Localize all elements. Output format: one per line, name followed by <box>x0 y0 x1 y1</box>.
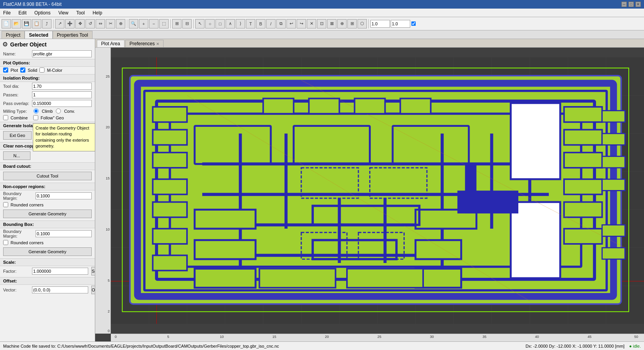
conv-radio[interactable] <box>56 108 61 114</box>
add-btn[interactable]: ➕ <box>65 19 75 28</box>
plot-checkbox[interactable] <box>3 68 8 73</box>
undo-btn[interactable]: ↩ <box>286 19 296 28</box>
full-geo-button[interactable]: FULL Geo <box>63 131 92 140</box>
redo-btn[interactable]: ↪ <box>297 19 306 28</box>
combine-checkbox[interactable] <box>3 115 8 120</box>
ext-geo-button[interactable]: Ext Geo <box>3 131 32 140</box>
svg-rect-77 <box>602 248 625 259</box>
save-btn[interactable]: 💾 <box>22 19 31 28</box>
menu-help[interactable]: Help <box>91 9 104 16</box>
poly-btn[interactable]: ⟩ <box>236 19 245 28</box>
app-title: FlatCAM 8.908 BETA - 64bit <box>3 2 62 7</box>
snap2-btn[interactable]: ⊕ <box>337 19 347 28</box>
gen-iso-title: Generate Isolation Geometry: <box>0 122 95 130</box>
flip-btn[interactable]: ⇔ <box>96 19 105 28</box>
name-label: Name: <box>3 52 30 56</box>
name-input[interactable] <box>32 50 92 57</box>
menu-options[interactable]: Options <box>33 9 52 16</box>
cam-btn[interactable]: ⬡ <box>358 19 367 28</box>
minimize-button[interactable]: ─ <box>621 2 627 7</box>
grid-btn[interactable]: ⊟ <box>182 19 192 28</box>
y-ruler: .y-tick-item { position: absolute; right… <box>95 48 111 334</box>
open-btn[interactable]: 📂 <box>12 19 21 28</box>
group-btn[interactable]: ⊡ <box>317 19 326 28</box>
factor-label: Factor: <box>3 269 30 274</box>
ungroup-btn[interactable]: ⊠ <box>327 19 336 28</box>
window-controls[interactable]: ─ □ ✕ <box>621 2 641 7</box>
bb-rounded-checkbox[interactable] <box>3 240 8 245</box>
snap-btn[interactable]: ⊞ <box>172 19 181 28</box>
bb-boundary-input[interactable] <box>36 230 92 237</box>
svg-rect-84 <box>354 98 385 114</box>
tab-plot-area[interactable]: Plot Area <box>97 40 125 47</box>
scale-factor-row: Factor: Scale <box>0 266 95 276</box>
passes-input[interactable] <box>32 91 92 98</box>
bb-gen-geo-row: Generate Geometry <box>0 246 95 258</box>
line-btn[interactable]: / <box>266 19 276 28</box>
x-tick-0: 0 <box>115 335 117 339</box>
delete-btn[interactable]: ✕ <box>307 19 316 28</box>
menu-edit[interactable]: Edit <box>17 9 28 16</box>
factor-input[interactable] <box>32 268 88 275</box>
combine-label: Combine <box>11 115 28 120</box>
tab-preferences[interactable]: Preferences ✕ <box>125 40 164 47</box>
maximize-button[interactable]: □ <box>628 2 634 7</box>
x-tick-20: 20 <box>325 335 329 339</box>
menu-view[interactable]: View <box>57 9 70 16</box>
pass-overlap-input[interactable] <box>32 100 92 107</box>
cut-btn[interactable]: ✂ <box>106 19 115 28</box>
zoom-rect[interactable]: ⬚ <box>159 19 169 28</box>
zoom-fit[interactable]: 🔍 <box>129 19 138 28</box>
solid-checkbox[interactable] <box>20 68 25 73</box>
bold-btn[interactable]: B <box>256 19 265 28</box>
svg-rect-66 <box>511 103 560 179</box>
plot-options-row: Plot Solid M-Color <box>0 67 95 73</box>
status-bar: Machine Code file saved to: C:/Users/www… <box>0 341 644 350</box>
move-btn[interactable]: ✥ <box>75 19 85 28</box>
arrow-btn[interactable]: ↖ <box>195 19 205 28</box>
bb-generate-geometry-button[interactable]: Generate Geometry <box>3 247 92 256</box>
name-field-row: Name: <box>0 50 95 58</box>
cutout-tool-button[interactable]: Cutout Tool <box>3 172 92 180</box>
menu-file[interactable]: File <box>2 9 12 16</box>
layer-btn[interactable]: ⊞ <box>347 19 357 28</box>
offset-button[interactable]: Offset <box>91 286 95 294</box>
export-btn[interactable]: ⤴ <box>42 19 52 28</box>
svg-rect-75 <box>602 179 625 190</box>
zoom-input[interactable] <box>370 20 390 28</box>
close-button[interactable]: ✕ <box>635 2 641 7</box>
mcolor-checkbox[interactable] <box>39 68 44 73</box>
follow-geo-checkbox[interactable] <box>33 115 38 120</box>
save2-btn[interactable]: 📋 <box>32 19 41 28</box>
svg-rect-68 <box>260 269 336 288</box>
menu-tool[interactable]: Tool <box>75 9 86 16</box>
nc-boundary-input[interactable] <box>36 192 92 199</box>
nc-generate-geometry-button[interactable]: Generate Geometry <box>3 210 92 218</box>
int-geo-button[interactable]: Int Geo <box>33 131 62 140</box>
join-btn[interactable]: ⊕ <box>116 19 125 28</box>
nc-rounded-checkbox[interactable] <box>3 202 8 207</box>
snap-checkbox[interactable] <box>411 21 416 26</box>
zoom-in[interactable]: + <box>139 19 148 28</box>
tool-dia-input[interactable] <box>32 83 92 90</box>
circle-btn[interactable]: ○ <box>205 19 215 28</box>
scale-button[interactable]: Scale <box>91 267 95 275</box>
tab-selected[interactable]: Selected <box>25 31 52 39</box>
new-btn[interactable]: 📄 <box>2 19 11 28</box>
text-btn[interactable]: T <box>246 19 255 28</box>
step-input[interactable] <box>391 20 410 28</box>
select-btn[interactable]: ↗ <box>55 19 64 28</box>
zoom-out[interactable]: − <box>149 19 158 28</box>
vector-input[interactable] <box>32 286 88 293</box>
ncc-button[interactable]: N... <box>3 151 30 160</box>
tab-preferences-close[interactable]: ✕ <box>156 42 159 46</box>
rect-btn[interactable]: □ <box>215 19 225 28</box>
copy-btn[interactable]: ⧉ <box>276 19 286 28</box>
climb-radio[interactable] <box>34 108 39 114</box>
pcb-canvas[interactable] <box>111 48 644 334</box>
tab-project[interactable]: Project <box>2 31 25 39</box>
tb-sep-2 <box>127 19 127 28</box>
tab-properties-tool[interactable]: Properties Tool <box>53 31 93 39</box>
path-btn[interactable]: ∧ <box>226 19 235 28</box>
rotate-btn[interactable]: ↺ <box>85 19 95 28</box>
